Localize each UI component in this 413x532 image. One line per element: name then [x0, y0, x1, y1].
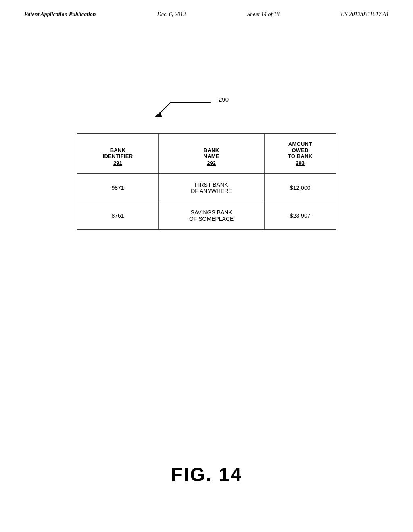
cell-bank-name-2: SAVINGS BANKOF SOMEPLACE — [159, 202, 265, 230]
header-date: Dec. 6, 2012 — [157, 11, 186, 18]
cell-amount-2: $23,907 — [265, 202, 336, 230]
col-label-bank-identifier: BANKIDENTIFIER — [103, 147, 133, 159]
col-header-amount-owed: AMOUNTOWEDTO BANK 293 — [265, 134, 336, 174]
main-content: 290 BANKIDENTIFIER 291 BANKNAME 292 — [0, 81, 413, 230]
reference-number-290: 290 — [219, 96, 229, 103]
page-header: Patent Application Publication Dec. 6, 2… — [0, 0, 413, 18]
col-label-bank-name: BANKNAME — [204, 147, 219, 159]
col-ref-292: 292 — [207, 160, 216, 166]
svg-marker-2 — [155, 112, 162, 117]
col-ref-293: 293 — [296, 160, 305, 166]
cell-bank-name-1: FIRST BANKOF ANYWHERE — [159, 174, 265, 202]
bank-data-table: BANKIDENTIFIER 291 BANKNAME 292 AMOUNTOW… — [77, 134, 336, 229]
reference-arrow-svg — [146, 89, 227, 121]
diagram-area: 290 — [86, 81, 327, 129]
cell-amount-1: $12,000 — [265, 174, 336, 202]
col-label-amount-owed: AMOUNTOWEDTO BANK — [288, 141, 313, 159]
header-sheet-info: Sheet 14 of 18 — [247, 11, 280, 18]
cell-bank-id-2: 8761 — [77, 202, 159, 230]
cell-bank-id-1: 9871 — [77, 174, 159, 202]
col-ref-291: 291 — [113, 160, 122, 166]
table-row: 9871 FIRST BANKOF ANYWHERE $12,000 — [77, 174, 336, 202]
header-patent-number: US 2012/0311617 A1 — [341, 11, 389, 18]
table-header-row: BANKIDENTIFIER 291 BANKNAME 292 AMOUNTOW… — [77, 134, 336, 174]
col-header-bank-identifier: BANKIDENTIFIER 291 — [77, 134, 159, 174]
header-publication-type: Patent Application Publication — [24, 11, 96, 18]
data-table-container: BANKIDENTIFIER 291 BANKNAME 292 AMOUNTOW… — [77, 133, 336, 230]
table-row: 8761 SAVINGS BANKOF SOMEPLACE $23,907 — [77, 202, 336, 230]
col-header-bank-name: BANKNAME 292 — [159, 134, 265, 174]
figure-label: FIG. 14 — [0, 463, 413, 486]
